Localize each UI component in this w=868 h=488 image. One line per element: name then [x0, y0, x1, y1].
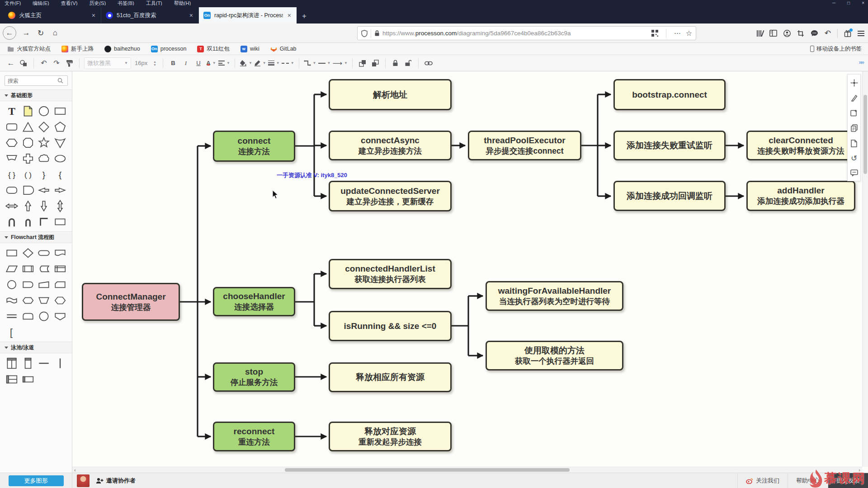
shape-u-arrow-2-icon[interactable] — [21, 214, 35, 229]
shape-d-shape-icon[interactable] — [21, 183, 35, 197]
node-connect-async[interactable]: connectAsync建立异步连接方法 — [329, 131, 452, 160]
shape-fc-data-icon[interactable] — [5, 261, 19, 276]
node-release-all-resources[interactable]: 释放相应所有资源 — [329, 362, 452, 392]
node-connect-manager[interactable]: ConnectManager连接管理器 — [82, 283, 180, 321]
redo-icon[interactable]: ↷ — [51, 57, 62, 69]
shape-pool-horizontal-icon[interactable] — [5, 371, 19, 386]
help-center-button[interactable]: 帮助中心 — [788, 473, 828, 488]
section-pool-lane[interactable]: 泳池/泳道 — [0, 342, 72, 353]
shape-sticky-note-icon[interactable] — [21, 103, 35, 118]
shape-fc-hexagon-icon[interactable] — [53, 293, 67, 308]
menu-bookmarks[interactable]: 书签(B) — [118, 0, 134, 5]
menu-tools[interactable]: 工具(T) — [146, 0, 162, 5]
horizontal-scrollbar[interactable]: ‹ › — [72, 467, 862, 473]
node-update-connected-server[interactable]: updateConnectedServer建立异步连接，更新缓存 — [329, 181, 452, 211]
menu-edit[interactable]: 编辑(E) — [33, 0, 49, 5]
bookmark-star-icon[interactable]: ☆ — [686, 29, 692, 38]
shape-arrow-up-icon[interactable] — [21, 198, 35, 213]
unlock-button[interactable] — [403, 57, 414, 69]
exit-editor-icon[interactable]: ← — [5, 57, 16, 69]
shape-fc-tape-icon[interactable] — [5, 293, 19, 308]
node-add-success-callback-listener[interactable]: 添加连接成功回调监听 — [613, 181, 726, 211]
shape-fc-card-icon[interactable] — [53, 277, 67, 292]
avatar[interactable] — [77, 474, 90, 487]
format-painter-icon[interactable] — [64, 57, 75, 69]
shape-u-arrow-icon[interactable] — [5, 214, 19, 229]
italic-button[interactable]: I — [180, 57, 191, 69]
shape-rounded-rectangle-icon[interactable] — [5, 119, 19, 134]
shape-rectangle-icon[interactable] — [53, 103, 67, 118]
mobile-bookmarks[interactable]: 移动设备上的书签 — [810, 45, 862, 53]
shape-arrow-left-icon[interactable] — [37, 183, 51, 197]
account-icon[interactable] — [783, 30, 791, 37]
shape-fc-document-icon[interactable] — [53, 245, 67, 260]
close-button[interactable]: × — [862, 0, 864, 5]
tab-close-icon[interactable]: × — [287, 12, 292, 19]
shape-star-icon[interactable] — [37, 135, 51, 150]
feedback-button[interactable]: 提交反馈 — [828, 473, 868, 488]
horizontal-scrollbar-thumb[interactable] — [285, 468, 570, 472]
lock-button[interactable] — [390, 57, 401, 69]
qr-code-icon[interactable] — [651, 30, 658, 37]
node-thread-pool-executor[interactable]: threadPoolExecutor异步提交连接connect — [468, 131, 581, 160]
shape-cone-icon[interactable] — [53, 135, 67, 150]
line-color-button[interactable]: ▼ — [254, 57, 266, 69]
shape-hexagon-icon[interactable] — [5, 135, 19, 150]
shape-style-icon[interactable] — [18, 57, 29, 69]
history-icon[interactable]: ↺ — [851, 155, 857, 162]
shape-cloud-icon[interactable] — [37, 151, 51, 166]
shape-fc-double-line-icon[interactable] — [5, 309, 19, 324]
node-bootstrap-connect[interactable]: bootstrap.connect — [613, 79, 726, 110]
node-waiting-for-available-handler[interactable]: waitingForAvailableHandler当连执行器列表为空时进行等待 — [486, 281, 623, 311]
more-shapes-button[interactable]: 更多图形 — [9, 475, 64, 486]
menu-hamburger-icon[interactable] — [858, 31, 864, 36]
align-button[interactable]: ▼ — [218, 57, 230, 69]
shape-fc-internal-storage-icon[interactable] — [53, 261, 67, 276]
undo-icon[interactable]: ↶ — [38, 57, 49, 69]
search-input[interactable] — [8, 78, 57, 84]
shape-arrow-double-v-icon[interactable] — [53, 198, 67, 213]
url-bar[interactable]: https://www.processon.com/diagraming/5da… — [357, 26, 696, 40]
font-family-select[interactable]: 微软雅黑▼ — [84, 57, 131, 69]
scroll-right-icon[interactable]: › — [859, 467, 860, 473]
reload-icon[interactable]: ↻ — [33, 26, 48, 40]
shape-divider-vertical-icon[interactable] — [53, 356, 67, 371]
send-tab-icon[interactable]: ↶ — [825, 28, 831, 38]
shape-fc-stored-data-icon[interactable] — [37, 261, 51, 276]
tab-processon-active[interactable]: On rapid-rpc架构演进 - ProcessO × — [199, 7, 297, 23]
node-resolve-address[interactable]: 解析地址 — [329, 79, 452, 110]
connector-type-button[interactable]: ▼ — [304, 57, 316, 69]
shape-triangle-icon[interactable] — [21, 119, 35, 134]
tab-close-icon[interactable]: × — [189, 12, 194, 19]
shape-lane-vertical-icon[interactable] — [21, 356, 35, 371]
shape-circle-icon[interactable] — [37, 103, 51, 118]
bring-to-front-button[interactable] — [357, 57, 368, 69]
bookmark-getting-started[interactable]: 新手上路 — [61, 45, 94, 53]
shape-arrow-right-icon[interactable] — [53, 183, 67, 197]
menu-help[interactable]: 帮助(H) — [174, 0, 191, 5]
bold-button[interactable]: B — [168, 57, 179, 69]
format-brush-icon[interactable] — [851, 94, 858, 102]
page-actions-icon[interactable]: ⋯ — [674, 29, 681, 38]
maximize-button[interactable]: □ — [847, 0, 850, 5]
locate-icon[interactable] — [850, 79, 858, 87]
tab-51cto-baidu[interactable]: 51cto_百度搜索 × — [101, 7, 199, 23]
shape-fc-terminator-icon[interactable] — [37, 245, 51, 260]
fill-color-button[interactable]: ▼ — [240, 57, 252, 69]
shape-fc-delay-icon[interactable] — [21, 277, 35, 292]
node-connect[interactable]: connect连接方法 — [213, 131, 295, 162]
font-size-stepper[interactable]: ▲▼ — [153, 60, 156, 66]
shape-fc-connector-icon[interactable] — [5, 277, 19, 292]
tab-firefox-home[interactable]: 火狐主页 × — [4, 7, 101, 23]
bookmark-baihezhuo[interactable]: baihezhuo — [104, 46, 140, 52]
whats-new-gift-icon[interactable] — [844, 30, 851, 37]
shape-brace-right-icon[interactable]: } — [37, 167, 51, 182]
node-clear-connected[interactable]: clearConnected连接失败时释放资源方法 — [746, 131, 855, 160]
shape-arrow-double-h-icon[interactable] — [5, 198, 19, 213]
font-color-button[interactable]: A▼ — [206, 57, 217, 69]
sidebar-toggle-icon[interactable] — [769, 30, 777, 37]
toolbar-collapse-icon[interactable]: »» — [859, 59, 863, 66]
shape-fc-process-icon[interactable] — [5, 245, 19, 260]
node-choose-handler[interactable]: chooseHandler连接选择器 — [213, 287, 295, 316]
shape-fc-circle-icon[interactable] — [37, 309, 51, 324]
